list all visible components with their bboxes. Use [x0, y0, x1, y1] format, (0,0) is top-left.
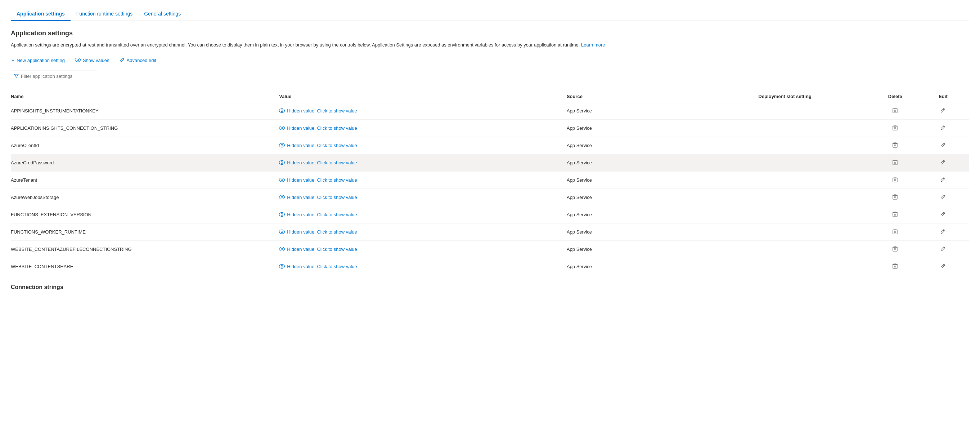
- svg-point-1: [77, 59, 78, 61]
- svg-point-6: [281, 127, 283, 129]
- tab-application-settings[interactable]: Application settings: [11, 7, 70, 21]
- svg-point-12: [281, 162, 283, 164]
- eye-icon: [75, 57, 81, 63]
- edit-cell[interactable]: [921, 154, 969, 171]
- table-row: AzureTenant Hidden value. Click to show …: [11, 171, 969, 188]
- advanced-edit-button[interactable]: Advanced edit: [119, 56, 157, 65]
- edit-button[interactable]: [939, 227, 947, 236]
- edit-cell[interactable]: [921, 102, 969, 119]
- show-value-link[interactable]: Hidden value. Click to show value: [279, 177, 562, 183]
- edit-button[interactable]: [939, 158, 947, 167]
- setting-source: App Service: [567, 171, 701, 188]
- setting-value[interactable]: Hidden value. Click to show value: [279, 258, 567, 275]
- setting-value[interactable]: Hidden value. Click to show value: [279, 154, 567, 171]
- edit-cell[interactable]: [921, 206, 969, 223]
- edit-button[interactable]: [939, 106, 947, 115]
- svg-rect-16: [893, 178, 897, 182]
- show-value-link[interactable]: Hidden value. Click to show value: [279, 246, 562, 252]
- setting-value[interactable]: Hidden value. Click to show value: [279, 188, 567, 206]
- show-value-link[interactable]: Hidden value. Click to show value: [279, 212, 562, 217]
- delete-cell[interactable]: [873, 119, 921, 137]
- table-row: WEBSITE_CONTENTAZUREFILECONNECTIONSTRING…: [11, 240, 969, 258]
- new-application-setting-button[interactable]: + New application setting: [11, 56, 65, 64]
- svg-point-23: [279, 230, 285, 234]
- edit-button[interactable]: [939, 193, 947, 202]
- setting-value[interactable]: Hidden value. Click to show value: [279, 137, 567, 154]
- delete-cell[interactable]: [873, 154, 921, 171]
- edit-cell[interactable]: [921, 171, 969, 188]
- edit-button[interactable]: [939, 262, 947, 271]
- delete-cell[interactable]: [873, 223, 921, 240]
- edit-button[interactable]: [939, 124, 947, 132]
- edit-cell[interactable]: [921, 258, 969, 275]
- filter-input[interactable]: [21, 73, 94, 79]
- setting-name: WEBSITE_CONTENTAZUREFILECONNECTIONSTRING: [11, 240, 279, 258]
- edit-button[interactable]: [939, 210, 947, 219]
- delete-button[interactable]: [891, 227, 899, 237]
- svg-point-17: [279, 195, 285, 199]
- show-value-link[interactable]: Hidden value. Click to show value: [279, 195, 562, 200]
- setting-value[interactable]: Hidden value. Click to show value: [279, 223, 567, 240]
- edit-button[interactable]: [939, 245, 947, 254]
- show-value-link[interactable]: Hidden value. Click to show value: [279, 143, 562, 148]
- setting-value[interactable]: Hidden value. Click to show value: [279, 102, 567, 119]
- edit-cell[interactable]: [921, 188, 969, 206]
- svg-point-14: [279, 178, 285, 182]
- show-value-link[interactable]: Hidden value. Click to show value: [279, 160, 562, 166]
- settings-table: Name Value Source Deployment slot settin…: [11, 91, 969, 275]
- setting-name: AzureWebJobsStorage: [11, 188, 279, 206]
- delete-button[interactable]: [891, 244, 899, 254]
- show-value-link[interactable]: Hidden value. Click to show value: [279, 125, 562, 131]
- delete-button[interactable]: [891, 158, 899, 168]
- setting-source: App Service: [567, 102, 701, 119]
- delete-cell[interactable]: [873, 258, 921, 275]
- edit-cell[interactable]: [921, 240, 969, 258]
- toolbar: + New application setting Show values Ad…: [11, 56, 969, 65]
- svg-rect-7: [893, 126, 897, 130]
- edit-button[interactable]: [939, 141, 947, 150]
- table-row: AzureWebJobsStorage Hidden value. Click …: [11, 188, 969, 206]
- svg-rect-10: [893, 144, 897, 147]
- edit-button[interactable]: [939, 176, 947, 185]
- svg-point-18: [281, 196, 283, 198]
- svg-rect-19: [893, 195, 897, 199]
- delete-cell[interactable]: [873, 102, 921, 119]
- table-row: APPLICATIONINSIGHTS_CONNECTION_STRING Hi…: [11, 119, 969, 137]
- delete-cell[interactable]: [873, 206, 921, 223]
- setting-value[interactable]: Hidden value. Click to show value: [279, 240, 567, 258]
- delete-cell[interactable]: [873, 171, 921, 188]
- setting-value[interactable]: Hidden value. Click to show value: [279, 206, 567, 223]
- col-header-name: Name: [11, 91, 279, 102]
- setting-name: AzureClientId: [11, 137, 279, 154]
- svg-point-20: [279, 213, 285, 217]
- learn-more-link[interactable]: Learn more: [581, 42, 605, 48]
- edit-cell[interactable]: [921, 119, 969, 137]
- deployment-slot-cell: [701, 171, 873, 188]
- setting-source: App Service: [567, 223, 701, 240]
- setting-value[interactable]: Hidden value. Click to show value: [279, 171, 567, 188]
- delete-button[interactable]: [891, 140, 899, 150]
- show-values-button[interactable]: Show values: [74, 56, 110, 64]
- delete-button[interactable]: [891, 210, 899, 219]
- svg-point-30: [281, 266, 283, 267]
- edit-cell[interactable]: [921, 137, 969, 154]
- delete-button[interactable]: [891, 193, 899, 202]
- show-value-link[interactable]: Hidden value. Click to show value: [279, 264, 562, 269]
- col-header-delete: Delete: [873, 91, 921, 102]
- show-value-link[interactable]: Hidden value. Click to show value: [279, 108, 562, 113]
- col-header-value: Value: [279, 91, 567, 102]
- edit-cell[interactable]: [921, 223, 969, 240]
- delete-button[interactable]: [891, 123, 899, 133]
- delete-button[interactable]: [891, 106, 899, 116]
- delete-cell[interactable]: [873, 188, 921, 206]
- tab-general-settings[interactable]: General settings: [138, 7, 186, 21]
- setting-value[interactable]: Hidden value. Click to show value: [279, 119, 567, 137]
- show-value-link[interactable]: Hidden value. Click to show value: [279, 229, 562, 235]
- tab-function-runtime-settings[interactable]: Function runtime settings: [70, 7, 138, 21]
- delete-cell[interactable]: [873, 137, 921, 154]
- connection-strings-heading: Connection strings: [11, 284, 969, 291]
- delete-button[interactable]: [891, 175, 899, 185]
- delete-cell[interactable]: [873, 240, 921, 258]
- svg-point-0: [75, 58, 80, 62]
- delete-button[interactable]: [891, 262, 899, 271]
